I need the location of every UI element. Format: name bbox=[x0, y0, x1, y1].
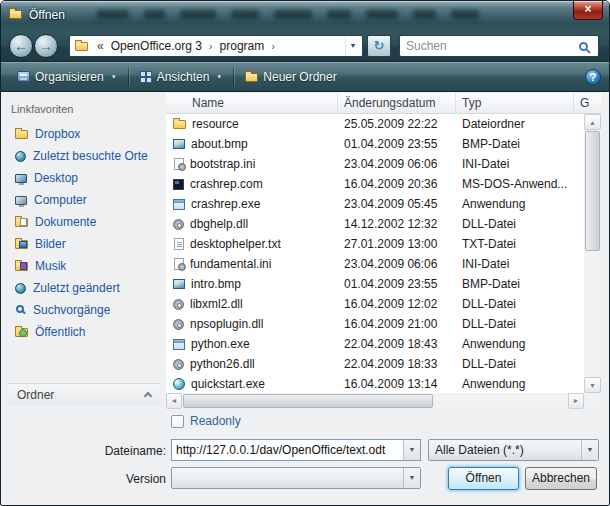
file-row[interactable]: python.exe 22.04.2009 18:43 Anwendung bbox=[166, 334, 584, 354]
file-type-select[interactable]: Alle Dateien (*.*) ▼ bbox=[428, 439, 599, 461]
sidebar-item[interactable]: Öffentlich bbox=[9, 321, 161, 343]
file-type-dropdown-button[interactable]: ▼ bbox=[581, 440, 598, 460]
column-header-name[interactable]: Name bbox=[166, 93, 338, 114]
organize-button[interactable]: Organisieren ▼ bbox=[9, 66, 125, 88]
column-header-date-modified[interactable]: Änderungsdatum bbox=[338, 93, 456, 114]
file-name-cell: libxml2.dll bbox=[166, 297, 338, 311]
file-row[interactable]: libxml2.dll 16.04.2009 12:02 DLL-Datei bbox=[166, 294, 584, 314]
sidebar-item[interactable]: Dropbox bbox=[9, 123, 161, 145]
views-icon bbox=[140, 71, 152, 83]
file-name-cell: desktophelper.txt bbox=[166, 237, 338, 251]
scroll-up-button[interactable]: ▲ bbox=[584, 114, 601, 130]
file-row[interactable]: desktophelper.txt 27.01.2009 13:00 TXT-D… bbox=[166, 234, 584, 254]
filename-input[interactable] bbox=[172, 440, 403, 460]
version-select[interactable]: ▼ bbox=[171, 467, 421, 489]
file-row[interactable]: resource 25.05.2009 22:22 Dateiordner bbox=[166, 114, 584, 134]
filename-dropdown-button[interactable]: ▼ bbox=[403, 440, 420, 460]
file-date-cell: 25.05.2009 22:22 bbox=[338, 117, 456, 131]
sidebar-item-icon bbox=[15, 174, 27, 183]
horizontal-scrollbar[interactable]: ◄ ► bbox=[166, 393, 584, 409]
file-type-cell: Anwendung bbox=[456, 377, 574, 391]
horizontal-scrollbar-thumb[interactable] bbox=[183, 394, 433, 408]
sidebar-item-label: Musik bbox=[35, 259, 66, 273]
chevron-up-icon bbox=[144, 392, 152, 400]
views-button[interactable]: Ansichten ▼ bbox=[132, 66, 231, 88]
file-date-cell: 16.04.2009 12:02 bbox=[338, 297, 456, 311]
sidebar-item[interactable]: Zuletzt besuchte Orte bbox=[9, 145, 161, 167]
breadcrumb-separator: › bbox=[267, 40, 279, 52]
breadcrumb-item[interactable]: OpenOffice.org 3 bbox=[108, 39, 205, 53]
sidebar-item[interactable]: Suchvorgänge bbox=[9, 299, 161, 321]
breadcrumb-item[interactable]: program bbox=[217, 39, 268, 53]
scroll-left-button[interactable]: ◄ bbox=[166, 393, 182, 409]
folders-band[interactable]: Ordner bbox=[9, 383, 159, 405]
chevron-down-icon: ▼ bbox=[409, 446, 416, 453]
file-row[interactable]: about.bmp 01.04.2009 23:55 BMP-Datei bbox=[166, 134, 584, 154]
forward-button[interactable]: → bbox=[34, 34, 58, 58]
sidebar-item[interactable]: Zuletzt geändert bbox=[9, 277, 161, 299]
breadcrumb-overflow-button[interactable]: « bbox=[93, 39, 108, 53]
file-name: resource bbox=[192, 117, 239, 131]
new-folder-button[interactable]: Neuer Ordner bbox=[237, 66, 344, 88]
file-row[interactable]: bootstrap.ini 23.04.2009 06:06 INI-Datei bbox=[166, 154, 584, 174]
sidebar-item[interactable]: Dokumente bbox=[9, 211, 161, 233]
file-row[interactable]: dbghelp.dll 14.12.2002 12:32 DLL-Datei bbox=[166, 214, 584, 234]
readonly-checkbox[interactable] bbox=[171, 415, 184, 428]
file-row[interactable]: quickstart.exe 16.04.2009 13:14 Anwendun… bbox=[166, 374, 584, 393]
file-type-cell: INI-Datei bbox=[456, 157, 574, 171]
readonly-label[interactable]: Readonly bbox=[190, 414, 241, 428]
readonly-row: Readonly bbox=[171, 414, 241, 428]
file-row[interactable]: npsoplugin.dll 16.04.2009 21:00 DLL-Date… bbox=[166, 314, 584, 334]
new-folder-icon bbox=[245, 73, 258, 82]
command-toolbar: Organisieren ▼ Ansichten ▼ Neuer Ordner … bbox=[1, 61, 609, 92]
file-date-cell: 22.04.2009 18:43 bbox=[338, 337, 456, 351]
file-row[interactable]: crashrep.com 16.04.2009 20:36 MS-DOS-Anw… bbox=[166, 174, 584, 194]
sidebar-item[interactable]: Computer bbox=[9, 189, 161, 211]
sidebar-item[interactable]: Desktop bbox=[9, 167, 161, 189]
file-type-cell: MS-DOS-Anwend... bbox=[456, 177, 574, 191]
close-button[interactable]: × bbox=[573, 1, 603, 20]
file-row[interactable]: python26.dll 22.04.2009 18:33 DLL-Datei bbox=[166, 354, 584, 374]
sidebar-item[interactable]: Musik bbox=[9, 255, 161, 277]
file-type-value: Alle Dateien (*.*) bbox=[429, 443, 581, 457]
search-input[interactable] bbox=[400, 39, 579, 53]
file-type-icon bbox=[173, 279, 185, 289]
cancel-button[interactable]: Abbrechen bbox=[525, 467, 597, 490]
file-type-cell: DLL-Datei bbox=[456, 217, 574, 231]
column-header-type[interactable]: Typ bbox=[456, 93, 574, 114]
open-button[interactable]: Öffnen bbox=[448, 467, 519, 490]
glass-blur-artifact bbox=[451, 10, 479, 19]
search-icon[interactable] bbox=[579, 42, 588, 51]
version-label: Version bbox=[9, 472, 166, 486]
scroll-down-button[interactable]: ▼ bbox=[584, 377, 601, 393]
file-type-cell: Anwendung bbox=[456, 197, 574, 211]
file-type-icon bbox=[174, 158, 184, 170]
refresh-button[interactable]: ↻ bbox=[367, 35, 391, 57]
address-history-dropdown-button[interactable]: ▼ bbox=[345, 36, 360, 56]
file-type-icon bbox=[173, 219, 184, 230]
file-date-cell: 14.12.2002 12:32 bbox=[338, 217, 456, 231]
file-date-cell: 23.04.2009 05:45 bbox=[338, 197, 456, 211]
titlebar[interactable]: Öffnen × bbox=[1, 1, 609, 31]
file-row[interactable]: intro.bmp 01.04.2009 23:55 BMP-Datei bbox=[166, 274, 584, 294]
file-row[interactable]: fundamental.ini 23.04.2009 06:06 INI-Dat… bbox=[166, 254, 584, 274]
address-breadcrumb-bar[interactable]: « OpenOffice.org 3 › program › ▼ bbox=[69, 35, 363, 57]
version-dropdown-button[interactable]: ▼ bbox=[403, 468, 420, 488]
vertical-scrollbar[interactable]: ▲ ▼ bbox=[584, 114, 601, 393]
back-button[interactable]: ← bbox=[9, 34, 33, 58]
sidebar-item[interactable]: Bilder bbox=[9, 233, 161, 255]
file-name: python.exe bbox=[191, 337, 250, 351]
scroll-right-button[interactable]: ► bbox=[568, 393, 584, 409]
favorites-list: Dropbox Zuletzt besuchte Orte Desktop Co… bbox=[9, 123, 161, 343]
file-row[interactable]: crashrep.exe 23.04.2009 05:45 Anwendung bbox=[166, 194, 584, 214]
folders-band-label: Ordner bbox=[17, 388, 54, 402]
glass-blur-artifact bbox=[366, 10, 398, 19]
vertical-scrollbar-thumb[interactable] bbox=[585, 131, 600, 251]
help-button[interactable]: ? bbox=[585, 69, 601, 85]
column-header-size[interactable]: G bbox=[574, 93, 601, 114]
forward-arrow-icon: → bbox=[39, 38, 53, 54]
window-title: Öffnen bbox=[29, 8, 65, 22]
breadcrumb-separator: › bbox=[205, 40, 217, 52]
sidebar-item-label: Desktop bbox=[34, 171, 78, 185]
file-type-cell: Dateiordner bbox=[456, 117, 574, 131]
